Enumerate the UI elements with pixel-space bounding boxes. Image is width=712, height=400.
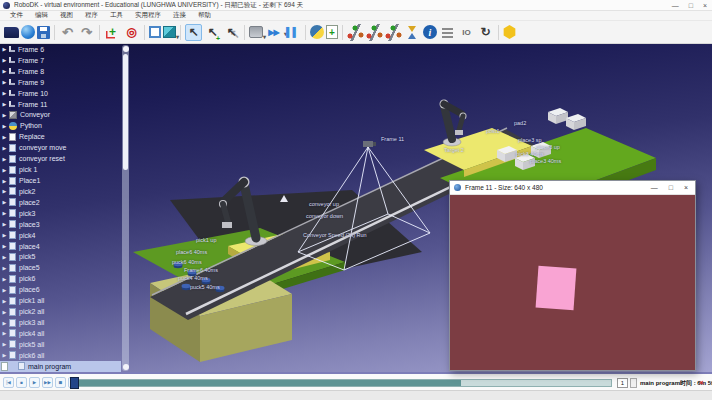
io-monitor-icon[interactable]: IO xyxy=(458,24,475,41)
isometric-view-icon[interactable] xyxy=(163,26,176,38)
expander-icon[interactable] xyxy=(0,145,9,151)
menu-item[interactable]: 帮助 xyxy=(192,11,217,20)
expander-icon[interactable] xyxy=(0,57,9,63)
tree-item[interactable]: Place1 xyxy=(0,175,121,186)
tree-item[interactable]: pick6 all xyxy=(0,350,121,361)
tree-item[interactable]: place4 xyxy=(0,241,121,252)
scene-label-post1[interactable]: post1 xyxy=(486,128,499,134)
expander-icon[interactable] xyxy=(0,156,9,162)
expander-icon[interactable] xyxy=(0,243,9,249)
expander-icon[interactable] xyxy=(0,221,9,227)
expander-icon[interactable] xyxy=(0,167,9,173)
expander-icon[interactable] xyxy=(0,309,9,315)
tree-item[interactable]: conveyor reset xyxy=(0,153,121,164)
maximize-button[interactable]: □ xyxy=(689,1,693,10)
fit-all-icon[interactable] xyxy=(149,26,161,38)
tree-item[interactable]: Frame 11 xyxy=(0,99,121,110)
expander-icon[interactable] xyxy=(0,90,9,96)
record-button[interactable]: ◼ xyxy=(55,377,66,388)
separator[interactable] xyxy=(180,25,181,40)
add-reference-frame-icon[interactable]: + xyxy=(104,24,121,41)
scene-label-pad2[interactable]: pad2 xyxy=(514,120,526,126)
expander-icon[interactable] xyxy=(0,178,9,184)
pause-simulation-icon[interactable]: ▌▌ xyxy=(284,24,301,41)
station-parameters-icon[interactable] xyxy=(439,24,456,41)
robot-linkage-c-icon[interactable] xyxy=(385,24,402,41)
expander-icon[interactable] xyxy=(0,287,9,293)
tree-item[interactable]: Frame 9 xyxy=(0,77,121,88)
export-simulation-icon[interactable] xyxy=(249,26,263,38)
tree-item[interactable]: pick1 all xyxy=(0,295,121,306)
scene-label-conveyor-down[interactable]: conveyor down xyxy=(306,213,343,219)
separator[interactable] xyxy=(305,25,306,40)
scene-label-conveyor-speed[interactable]: Conveyor Speed (2s) Run xyxy=(303,232,367,238)
add-target-icon[interactable]: ◎ xyxy=(123,24,140,41)
tree-item[interactable]: Frame 8 xyxy=(0,66,121,77)
tree-item[interactable]: Conveyor xyxy=(0,110,121,121)
expander-icon[interactable] xyxy=(0,265,9,271)
sync-icon[interactable]: ↻ xyxy=(477,24,494,41)
tree-item[interactable]: place6 xyxy=(0,284,121,295)
tree-item[interactable]: pick 1 xyxy=(0,164,121,175)
tree-item[interactable]: pick6 xyxy=(0,273,121,284)
camera-close-button[interactable]: × xyxy=(684,184,688,191)
camera-maximize-button[interactable]: □ xyxy=(669,184,673,191)
play-button[interactable]: ▶ xyxy=(29,377,40,388)
skip-start-button[interactable]: |◀ xyxy=(3,377,14,388)
expander-icon[interactable] xyxy=(0,232,9,238)
minimize-button[interactable]: — xyxy=(672,1,679,10)
tree-item[interactable]: Frame 10 xyxy=(0,88,121,99)
expander-icon[interactable] xyxy=(0,254,9,260)
scene-label-frame6-40[interactable]: Frame6 40ms xyxy=(184,267,218,273)
expander-icon[interactable] xyxy=(0,123,9,129)
tree-item[interactable]: Replace xyxy=(0,131,121,142)
tree-item[interactable]: place5 xyxy=(0,262,121,273)
tree-item[interactable]: place3 xyxy=(0,219,121,230)
scene-label-puck5-40[interactable]: puck5 40ms xyxy=(190,284,220,290)
expander-icon[interactable] xyxy=(0,352,9,358)
expander-icon[interactable] xyxy=(0,112,9,118)
tree-item[interactable]: place2 xyxy=(0,197,121,208)
add-program-icon[interactable]: + xyxy=(326,25,338,39)
fast-simulation-icon[interactable]: ▶▶ xyxy=(265,24,282,41)
separator[interactable] xyxy=(99,25,100,40)
close-button[interactable]: × xyxy=(703,1,707,10)
simulation-speed-value[interactable]: 1 xyxy=(617,378,628,388)
speed-spinner[interactable] xyxy=(630,378,637,388)
move-reference-cursor-icon[interactable]: ↖ xyxy=(204,24,221,41)
expander-icon[interactable] xyxy=(0,46,9,52)
expander-icon[interactable] xyxy=(0,341,9,347)
scene-label-puck6-40[interactable]: puck6 40ms xyxy=(172,259,202,265)
camera-minimize-button[interactable]: — xyxy=(651,184,658,191)
expander-icon[interactable] xyxy=(0,276,9,282)
robot-linkage-b-icon[interactable] xyxy=(366,24,383,41)
simulation-time-icon[interactable] xyxy=(404,24,421,41)
timeline-close-icon[interactable]: × xyxy=(699,378,704,387)
tree-item[interactable]: pick2 all xyxy=(0,306,121,317)
expander-icon[interactable] xyxy=(0,188,9,194)
scene-label-conveyor-up[interactable]: conveyor up xyxy=(309,201,339,207)
tree-item[interactable]: pick2 xyxy=(0,186,121,197)
expander-icon[interactable] xyxy=(0,298,9,304)
scene-label-frame11[interactable]: Frame 11 xyxy=(381,136,404,142)
tree-item[interactable]: pick5 all xyxy=(0,339,121,350)
camera-view-window[interactable]: Frame 11 - Size: 640 x 480 — □ × xyxy=(449,180,696,371)
undo-icon[interactable]: ↶ xyxy=(59,24,76,41)
expander-icon[interactable] xyxy=(0,330,9,336)
menu-item[interactable]: 编辑 xyxy=(29,11,54,20)
expander-icon[interactable] xyxy=(0,199,9,205)
scene-label-place3-sp[interactable]: place3 sp xyxy=(518,137,542,143)
open-project-icon[interactable] xyxy=(4,27,19,38)
scene-label-place6-40[interactable]: place6 40ms xyxy=(176,249,207,255)
scroll-down-icon[interactable] xyxy=(123,364,129,370)
menu-item[interactable]: 连接 xyxy=(167,11,192,20)
scene-label-place3-40[interactable]: place3 40ms xyxy=(530,158,561,164)
menu-item[interactable]: 工具 xyxy=(104,11,129,20)
expander-icon[interactable] xyxy=(0,320,9,326)
tree-item[interactable]: Python xyxy=(0,120,121,131)
robot-linkage-a-icon[interactable] xyxy=(347,24,364,41)
expander-icon[interactable] xyxy=(0,101,9,107)
tree-item[interactable]: pick4 all xyxy=(0,328,121,339)
separator[interactable] xyxy=(498,25,499,40)
fast-forward-button[interactable]: ▶▶ xyxy=(42,377,53,388)
